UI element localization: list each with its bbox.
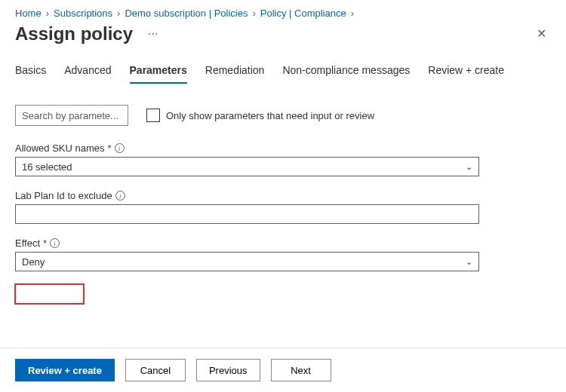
tab-review-create[interactable]: Review + create [428,60,504,84]
page-title: Assign policy [15,23,133,44]
breadcrumb-policy-compliance[interactable]: Policy | Compliance [260,8,346,19]
field-label: Effect [15,237,40,249]
title-row: Assign policy ··· ✕ [0,22,566,60]
checkbox-only-need-input[interactable]: Only show parameters that need input or … [146,109,374,122]
breadcrumb: Home › Subscriptions › Demo subscription… [0,0,566,22]
search-input[interactable] [15,105,128,126]
field-label-row: Lab Plan Id to exclude i [15,190,551,201]
dropdown-value: 16 selected [22,161,72,173]
field-allowed-sku: Allowed SKU names * i 16 selected ⌄ [15,142,551,176]
review-create-button[interactable]: Review + create [15,359,115,381]
required-indicator: * [108,142,112,154]
allowed-sku-dropdown[interactable]: 16 selected ⌄ [15,157,479,176]
field-label-row: Effect * i [15,237,551,249]
field-effect: Effect * i Deny ⌄ [15,237,551,271]
tab-remediation[interactable]: Remediation [205,60,265,84]
chevron-down-icon: ⌄ [466,162,472,172]
checkbox-icon[interactable] [146,109,160,122]
chevron-icon: › [46,8,49,19]
footer: Review + create Cancel Previous Next [0,348,566,392]
field-label: Lab Plan Id to exclude [15,190,112,201]
checkbox-label: Only show parameters that need input or … [166,110,374,121]
cancel-button[interactable]: Cancel [125,359,186,381]
chevron-icon: › [252,8,255,19]
chevron-icon: › [351,8,354,19]
breadcrumb-demo-subscription[interactable]: Demo subscription | Policies [125,8,248,19]
title-left: Assign policy ··· [15,23,161,44]
chevron-icon: › [117,8,120,19]
chevron-down-icon: ⌄ [466,257,472,267]
previous-button[interactable]: Previous [196,359,260,381]
next-button[interactable]: Next [271,359,331,381]
filter-row: Only show parameters that need input or … [15,105,551,126]
required-indicator: * [43,237,47,249]
tab-parameters[interactable]: Parameters [130,60,187,84]
field-label-row: Allowed SKU names * i [15,142,551,154]
close-button[interactable]: ✕ [532,23,551,44]
breadcrumb-subscriptions[interactable]: Subscriptions [54,8,112,19]
tab-noncompliance-messages[interactable]: Non-compliance messages [282,60,410,84]
dropdown-value: Deny [22,256,45,268]
content: Only show parameters that need input or … [0,105,566,271]
tab-advanced[interactable]: Advanced [64,60,111,84]
info-icon[interactable]: i [115,143,125,153]
tab-basics[interactable]: Basics [15,60,46,84]
effect-dropdown[interactable]: Deny ⌄ [15,252,479,271]
highlight-annotation [14,283,85,305]
tabs: Basics Advanced Parameters Remediation N… [0,60,566,84]
info-icon[interactable]: i [115,191,125,201]
more-actions-button[interactable]: ··· [145,24,161,44]
field-label: Allowed SKU names [15,142,105,154]
field-lab-plan: Lab Plan Id to exclude i [15,190,551,224]
info-icon[interactable]: i [50,238,60,248]
breadcrumb-home[interactable]: Home [15,8,42,19]
lab-plan-input[interactable] [15,204,479,224]
